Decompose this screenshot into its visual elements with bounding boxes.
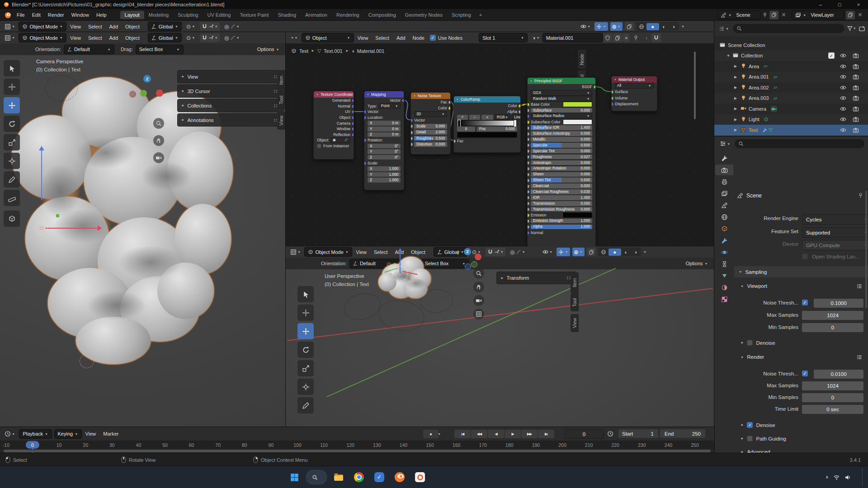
socket-Fac[interactable] — [453, 139, 456, 143]
viewport-menu-object[interactable]: Object — [122, 35, 143, 41]
props-editor-type[interactable]: ▼ — [718, 140, 732, 148]
start-frame-field[interactable]: Start1 — [618, 429, 658, 438]
node-row[interactable]: Sheen Tint0.500 — [528, 177, 595, 183]
node-row[interactable]: Distortion0.000 — [411, 141, 450, 147]
hide-viewport-toggle[interactable] — [840, 84, 846, 91]
props-tab-physics[interactable] — [715, 247, 733, 258]
shader-menu-add[interactable]: Add — [393, 35, 409, 41]
snap-buttons[interactable]: ▼ — [200, 22, 220, 31]
disable-render-toggle[interactable] — [853, 52, 859, 59]
snap-buttons[interactable]: ▼ — [486, 248, 505, 256]
xray-toggle[interactable] — [625, 22, 634, 31]
nav-axis-negz-ball[interactable] — [465, 263, 471, 270]
viewport-menu-select[interactable]: Select — [85, 24, 106, 29]
maximize-button[interactable]: ▢ — [830, 0, 849, 9]
node-row[interactable]: GGX▼ — [528, 90, 595, 96]
socket-Transmission Roughness[interactable] — [527, 207, 530, 211]
outliner-filter-button[interactable]: ▼ — [847, 25, 856, 32]
prop-field[interactable]: 0 — [802, 393, 863, 402]
scene-selector[interactable]: ▼Scene — [717, 10, 760, 19]
node-dropdown[interactable]: Random Walk▼ — [531, 96, 592, 102]
tool-add-cube-button[interactable] — [4, 211, 20, 227]
socket-Location:[interactable] — [364, 116, 367, 120]
node-slider-clearcoat-roughness[interactable]: Clearcoat Roughness0.030 — [531, 189, 592, 194]
node-row[interactable]: Color — [454, 103, 520, 108]
hide-viewport-toggle[interactable] — [840, 127, 846, 133]
node-header[interactable]: ▼Texture Coordinate — [314, 91, 354, 98]
node-slider-sheen-tint[interactable]: Sheen Tint0.500 — [531, 178, 592, 183]
show-gizmo-toggle[interactable]: ▼ — [594, 22, 608, 31]
orientation-default-dropdown[interactable]: Default▼ — [64, 45, 114, 54]
node-row[interactable]: BSDF — [528, 84, 595, 90]
shading-dropdown[interactable]: ▼ — [643, 250, 646, 254]
viewport-menu-add[interactable]: Add — [105, 24, 122, 29]
node-row[interactable]: Clearcoat0.000 — [528, 183, 595, 189]
node-row[interactable]: Z0 m — [364, 132, 404, 138]
shader-menu-node[interactable]: Node — [409, 35, 428, 41]
node-dropdown[interactable]: Subsurface Radius▼ — [531, 113, 592, 119]
socket-Reflection[interactable] — [351, 133, 354, 137]
node-texcoord[interactable]: ▼Texture CoordinateGeneratedNormalUVObje… — [313, 91, 354, 160]
tab-scripting[interactable]: Scripting — [447, 11, 476, 19]
ramp-position-field[interactable]: Pos0.000 — [477, 127, 517, 131]
tool-scale-button[interactable] — [297, 360, 314, 376]
blender-app-button[interactable] — [391, 469, 408, 486]
node-value-field[interactable]: X0 m — [368, 121, 401, 126]
node-row[interactable]: Alpha — [454, 108, 520, 114]
node-output[interactable]: ▼Material OutputAll▼SurfaceVolumeDisplac… — [611, 76, 657, 111]
outliner-row-light[interactable]: ▶Light⊙ — [714, 114, 868, 125]
tool-scale-button[interactable] — [4, 134, 20, 150]
node-row[interactable]: Anisotropic0.000 — [528, 160, 595, 166]
props-search[interactable] — [735, 139, 864, 148]
node-slider-ior[interactable]: IOR1.450 — [531, 195, 592, 200]
ramp-tools-dropdown[interactable]: ▼ — [481, 115, 493, 120]
node-row[interactable]: Window — [314, 126, 354, 132]
keying-dropdown[interactable]: ▼ — [438, 432, 441, 436]
node-row[interactable]: Displacement — [612, 101, 657, 108]
hide-viewport-toggle[interactable] — [840, 95, 846, 101]
outliner-row-scene collection[interactable]: Scene Collection — [714, 40, 868, 51]
timeline-editor-type[interactable]: ▼ — [3, 430, 17, 438]
ramp-color-swatch[interactable] — [457, 132, 517, 138]
socket-IOR[interactable] — [527, 196, 530, 200]
node-dropdown[interactable]: Point▼ — [379, 103, 401, 109]
toggle-denoise[interactable]: ▼Denoise — [741, 340, 775, 346]
expand-arrow[interactable]: ▶ — [734, 85, 740, 89]
node-row[interactable]: Emission — [528, 212, 595, 218]
socket-Scale:[interactable] — [364, 161, 367, 165]
node-dropdown[interactable]: All▼ — [615, 83, 654, 89]
socket-Vector[interactable] — [410, 118, 413, 122]
node-row[interactable]: 3D▼ — [411, 111, 450, 117]
socket-Camera[interactable] — [351, 122, 354, 126]
file-explorer-button[interactable] — [330, 469, 347, 486]
socket-Color[interactable] — [448, 106, 451, 110]
todo-app-button[interactable]: ✓ — [371, 469, 388, 486]
node-row[interactable]: Type:Point▼ — [364, 103, 404, 109]
socket-Clearcoat Roughness[interactable] — [527, 190, 530, 194]
tab-rendering[interactable]: Rendering — [332, 11, 364, 19]
section-sampling[interactable]: ▼Sampling — [734, 266, 868, 277]
hide-viewport-toggle[interactable] — [840, 74, 846, 80]
visibility-dropdown[interactable]: ▼ — [579, 22, 592, 31]
menu-window[interactable]: Window — [68, 12, 93, 18]
viewport-menu-add[interactable]: Add — [105, 35, 122, 41]
nav-axis-negy-ball[interactable] — [471, 261, 477, 267]
xray-toggle[interactable] — [587, 248, 596, 256]
prop-field[interactable]: 0.1000 — [814, 299, 863, 308]
props-tab-material[interactable] — [715, 282, 733, 293]
socket-Roughnes[interactable] — [410, 136, 413, 141]
model-3d-text-object[interactable] — [378, 253, 435, 303]
toggle-advanced[interactable]: ▼Advanced — [741, 449, 770, 453]
photos-app-button[interactable] — [411, 469, 429, 486]
tool-measure-button[interactable] — [4, 190, 20, 206]
node-row[interactable]: Subsurface IOR1.400 — [528, 125, 595, 131]
search-box[interactable] — [306, 470, 327, 484]
editor-type-button[interactable]: ▼ — [3, 22, 17, 31]
sidebar-panel-transform[interactable]: ▼Transform — [496, 272, 577, 284]
show-gizmo-toggle[interactable]: ▼ — [557, 248, 570, 256]
material-unlink-button[interactable]: × — [623, 33, 629, 42]
nav-axis-z-ball[interactable]: Z — [464, 248, 471, 255]
sidebar-panel-view[interactable]: ▼View — [177, 70, 284, 83]
node-header[interactable]: ▼ColorRamp — [454, 96, 520, 103]
menu-help[interactable]: Help — [93, 12, 110, 18]
